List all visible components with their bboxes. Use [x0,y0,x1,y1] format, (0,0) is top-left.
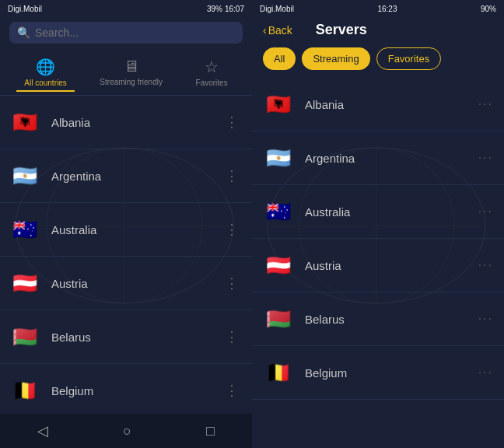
country-name-austria: Austria [51,277,222,290]
flag-belgium: 🇧🇪 [9,375,40,406]
country-name-belgium: Belgium [51,384,222,397]
more-menu-australia[interactable]: ⋮ [222,221,243,238]
server-name-belgium: Belgium [305,366,478,380]
right-status-bar: Digi.Mobil 16:23 90% [252,0,504,17]
server-flag-argentina: 🇦🇷 [263,142,294,173]
country-name-argentina: Argentina [51,170,222,183]
tab-favorites-label: Favorites [196,79,228,87]
server-name-albania: Albania [305,98,478,111]
country-name-belarus: Belarus [51,331,222,344]
bottom-nav: ◁ ○ □ [0,414,252,448]
left-content: Digi.Mobil 39% 16:07 🔍 🌐 All countries 🖥… [0,0,252,448]
tab-all-countries[interactable]: 🌐 All countries [16,54,74,92]
tab-streaming-friendly[interactable]: 🖥 Streaming friendly [92,54,170,92]
back-button[interactable]: ‹ Back [263,24,292,37]
more-menu-argentina[interactable]: ⋮ [222,167,243,184]
list-item[interactable]: 🇧🇪 Belgium ⋮ [0,364,252,414]
more-menu-belgium[interactable]: ⋮ [222,382,243,399]
tab-all-countries-label: All countries [24,79,66,87]
back-label: Back [268,24,292,37]
right-carrier: Digi.Mobil [260,5,294,13]
search-icon: 🔍 [17,26,30,39]
more-menu-austria[interactable]: ⋮ [222,275,243,292]
filter-tab-favorites[interactable]: Favorites [376,47,441,70]
server-list: 🇦🇱 Albania ··· 🇦🇷 Argentina ··· 🇦🇺 Austr… [252,78,504,448]
list-item[interactable]: 🇦🇺 Australia ⋮ [0,203,252,257]
right-content: Digi.Mobil 16:23 90% ‹ Back Servers All … [252,0,504,448]
server-name-australia: Australia [305,205,478,219]
server-flag-belarus: 🇧🇾 [263,303,294,334]
server-flag-austria: 🇦🇹 [263,250,294,281]
right-header: ‹ Back Servers [252,17,504,44]
server-name-argentina: Argentina [305,152,478,165]
server-more-belarus[interactable]: ··· [478,312,493,326]
country-name-albania: Albania [51,116,222,129]
right-battery: 90% [481,5,496,13]
chevron-left-icon: ‹ [263,24,267,37]
left-status-bar: Digi.Mobil 39% 16:07 [0,0,252,17]
search-input[interactable] [35,26,235,39]
flag-argentina: 🇦🇷 [9,160,40,191]
server-more-albania[interactable]: ··· [478,97,493,111]
star-icon: ☆ [205,58,219,76]
left-carrier: Digi.Mobil [8,5,42,13]
list-item[interactable]: 🇧🇾 Belarus ⋮ [0,310,252,364]
flag-austria: 🇦🇹 [9,268,40,299]
server-more-austria[interactable]: ··· [478,258,493,272]
list-item[interactable]: 🇦🇺 Australia ··· [252,185,504,239]
list-item[interactable]: 🇦🇷 Argentina ⋮ [0,149,252,203]
list-item[interactable]: 🇦🇱 Albania ⋮ [0,96,252,149]
page-title: Servers [316,22,367,38]
more-menu-belarus[interactable]: ⋮ [222,328,243,345]
flag-australia: 🇦🇺 [9,214,40,245]
home-nav-button[interactable]: ○ [123,423,131,439]
filter-tab-streaming[interactable]: Streaming [302,47,369,70]
globe-icon: 🌐 [36,58,55,76]
left-time: 16:07 [225,5,244,13]
server-flag-australia: 🇦🇺 [263,196,294,227]
country-name-australia: Australia [51,223,222,236]
recents-nav-button[interactable]: □ [206,423,215,439]
list-item[interactable]: 🇦🇹 Austria ··· [252,239,504,292]
list-item[interactable]: 🇦🇱 Albania ··· [252,78,504,131]
server-more-australia[interactable]: ··· [478,205,493,219]
server-more-argentina[interactable]: ··· [478,151,493,165]
search-bar[interactable]: 🔍 [9,22,243,44]
list-item[interactable]: 🇧🇾 Belarus ··· [252,292,504,346]
back-nav-button[interactable]: ◁ [37,422,48,439]
server-name-austria: Austria [305,259,478,272]
filter-tab-all[interactable]: All [263,47,296,70]
tabs-row: 🌐 All countries 🖥 Streaming friendly ☆ F… [0,48,252,96]
right-time: 16:23 [377,5,397,13]
monitor-icon: 🖥 [124,58,139,75]
left-battery: 39% [207,5,222,13]
server-flag-belgium: 🇧🇪 [263,357,294,388]
server-flag-albania: 🇦🇱 [263,89,294,120]
filter-tabs: All Streaming Favorites [252,44,504,78]
country-list: 🇦🇱 Albania ⋮ 🇦🇷 Argentina ⋮ 🇦🇺 Australia… [0,96,252,414]
right-panel: Digi.Mobil 16:23 90% ‹ Back Servers All … [252,0,504,448]
list-item[interactable]: 🇧🇪 Belgium ··· [252,346,504,400]
flag-albania: 🇦🇱 [9,107,40,138]
flag-belarus: 🇧🇾 [9,321,40,352]
list-item[interactable]: 🇦🇷 Argentina ··· [252,131,504,185]
tab-favorites[interactable]: ☆ Favorites [188,54,236,92]
list-item[interactable]: 🇦🇹 Austria ⋮ [0,257,252,310]
server-more-belgium[interactable]: ··· [478,366,493,380]
left-status-icons: 39% 16:07 [207,5,244,13]
server-name-belarus: Belarus [305,313,478,326]
more-menu-albania[interactable]: ⋮ [222,114,243,131]
left-panel: Digi.Mobil 39% 16:07 🔍 🌐 All countries 🖥… [0,0,252,448]
tab-streaming-label: Streaming friendly [100,78,163,86]
